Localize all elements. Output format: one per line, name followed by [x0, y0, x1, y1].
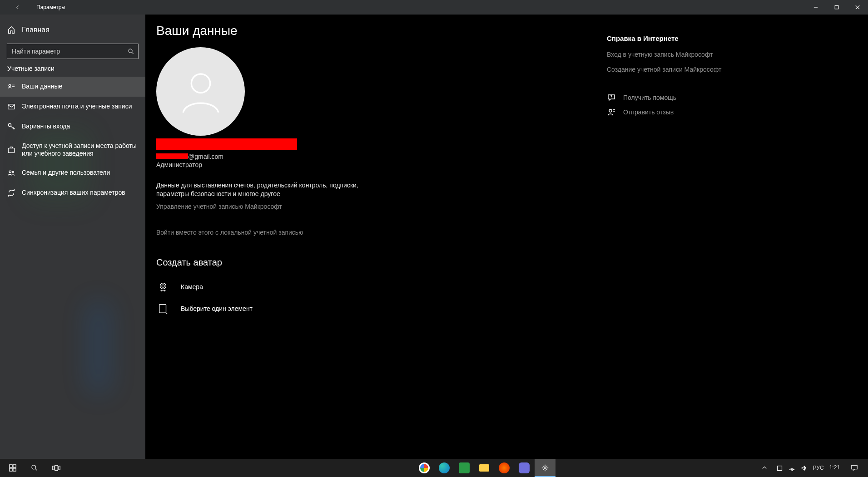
nav-label: Доступ к учетной записи места работы или…: [22, 142, 138, 158]
person-card-icon: [7, 83, 15, 91]
svg-rect-17: [13, 468, 16, 471]
search-button[interactable]: [24, 459, 45, 477]
browse-label: Выберите один элемент: [181, 305, 253, 312]
camera-option[interactable]: Камера: [156, 276, 589, 298]
help-signin-link[interactable]: Вход в учетную запись Майкрософт: [607, 50, 754, 59]
nav-sync[interactable]: Синхронизация ваших параметров: [0, 183, 145, 203]
svg-point-9: [160, 283, 166, 289]
svg-rect-5: [8, 148, 15, 152]
taskbar-app-edge[interactable]: [435, 459, 454, 477]
nav-family[interactable]: Семья и другие пользователи: [0, 163, 145, 183]
help-heading: Справка в Интернете: [607, 34, 754, 42]
svg-point-10: [162, 285, 164, 287]
sidebar-section-label: Учетные записи: [0, 65, 145, 72]
svg-point-18: [32, 465, 36, 469]
svg-point-8: [191, 74, 210, 93]
task-view-button[interactable]: [45, 459, 67, 477]
svg-point-1: [128, 49, 132, 52]
close-button[interactable]: [847, 0, 868, 15]
taskbar: РУС 1:21: [0, 459, 868, 477]
camera-label: Камера: [181, 283, 203, 290]
svg-point-23: [792, 470, 793, 471]
help-create-link[interactable]: Создание учетной записи Майкрософт: [607, 65, 754, 74]
svg-point-22: [544, 467, 546, 469]
minimize-button[interactable]: [805, 0, 826, 15]
svg-rect-0: [835, 5, 838, 9]
briefcase-icon: [7, 146, 15, 154]
nav-label: Ваши данные: [22, 83, 62, 91]
search-icon[interactable]: [124, 48, 138, 55]
avatar-image: [156, 47, 245, 136]
feedback-link[interactable]: Отправить отзыв: [607, 108, 754, 117]
volume-icon[interactable]: [801, 465, 808, 472]
sidebar: Главная Учетные записи Ваши данные: [0, 15, 145, 459]
language-indicator[interactable]: РУС: [813, 465, 824, 471]
clock[interactable]: 1:21: [829, 465, 840, 471]
svg-rect-19: [53, 466, 54, 470]
nav-work-school[interactable]: Доступ к учетной записи места работы или…: [0, 137, 145, 163]
svg-rect-3: [8, 104, 15, 109]
taskbar-app-settings[interactable]: [535, 459, 556, 477]
svg-rect-21: [59, 466, 60, 470]
search-input[interactable]: [7, 48, 124, 55]
get-help-link[interactable]: Получить помощь: [607, 93, 754, 102]
home-icon: [7, 26, 15, 34]
account-description: Данные для выставления счетов, родительс…: [156, 181, 365, 198]
page-title: Ваши данные: [156, 24, 589, 38]
sync-icon: [7, 189, 15, 197]
svg-rect-20: [55, 465, 58, 470]
nav-label: Варианты входа: [22, 123, 70, 131]
svg-point-2: [9, 84, 11, 87]
help-icon: [607, 93, 616, 102]
svg-point-6: [9, 171, 11, 173]
manage-ms-account-link[interactable]: Управление учетной записью Майкрософт: [156, 203, 282, 210]
tray-icon[interactable]: [776, 465, 783, 472]
key-icon: [7, 123, 15, 131]
back-button[interactable]: [7, 0, 28, 15]
maximize-button[interactable]: [826, 0, 847, 15]
taskbar-app-generic1[interactable]: [455, 459, 474, 477]
tray-overflow[interactable]: [758, 459, 771, 477]
svg-point-7: [12, 171, 14, 173]
nav-label: Электронная почта и учетные записи: [22, 103, 132, 111]
taskbar-app-generic3[interactable]: [515, 459, 534, 477]
svg-rect-15: [13, 465, 16, 467]
nav-your-info[interactable]: Ваши данные: [0, 77, 145, 97]
redacted-name: [156, 138, 297, 150]
nav-signin-options[interactable]: Варианты входа: [0, 117, 145, 137]
tray-icons[interactable]: [776, 465, 808, 472]
search-box[interactable]: [7, 44, 139, 59]
mail-icon: [7, 103, 15, 111]
user-email: @gmail.com: [156, 153, 589, 160]
svg-rect-14: [10, 465, 12, 467]
nav-label: Семья и другие пользователи: [22, 169, 110, 177]
feedback-label: Отправить отзыв: [623, 108, 674, 116]
home-button[interactable]: Главная: [0, 21, 145, 39]
svg-rect-11: [159, 304, 166, 313]
create-avatar-heading: Создать аватар: [156, 257, 589, 268]
svg-rect-16: [10, 468, 12, 471]
get-help-label: Получить помощь: [623, 94, 676, 101]
people-icon: [7, 169, 15, 177]
redacted-email-prefix: [156, 153, 188, 159]
email-suffix: @gmail.com: [188, 153, 223, 160]
network-icon[interactable]: [789, 465, 795, 472]
svg-point-4: [8, 123, 11, 126]
camera-icon: [156, 280, 170, 294]
nav-label: Синхронизация ваших параметров: [22, 189, 125, 197]
feedback-icon: [607, 108, 616, 117]
sign-in-local-link[interactable]: Войти вместо этого с локальной учетной з…: [156, 229, 303, 236]
taskbar-app-explorer[interactable]: [475, 459, 494, 477]
taskbar-app-generic2[interactable]: [495, 459, 514, 477]
home-label: Главная: [22, 25, 50, 34]
svg-point-13: [609, 109, 612, 112]
action-center-button[interactable]: [845, 459, 863, 477]
browse-option[interactable]: Выберите один элемент: [156, 298, 589, 320]
browse-icon: [156, 302, 170, 315]
nav-email-accounts[interactable]: Электронная почта и учетные записи: [0, 97, 145, 117]
taskbar-app-chrome[interactable]: [415, 459, 434, 477]
app-title: Параметры: [36, 4, 65, 10]
user-role: Администратор: [156, 161, 589, 168]
start-button[interactable]: [2, 459, 24, 477]
